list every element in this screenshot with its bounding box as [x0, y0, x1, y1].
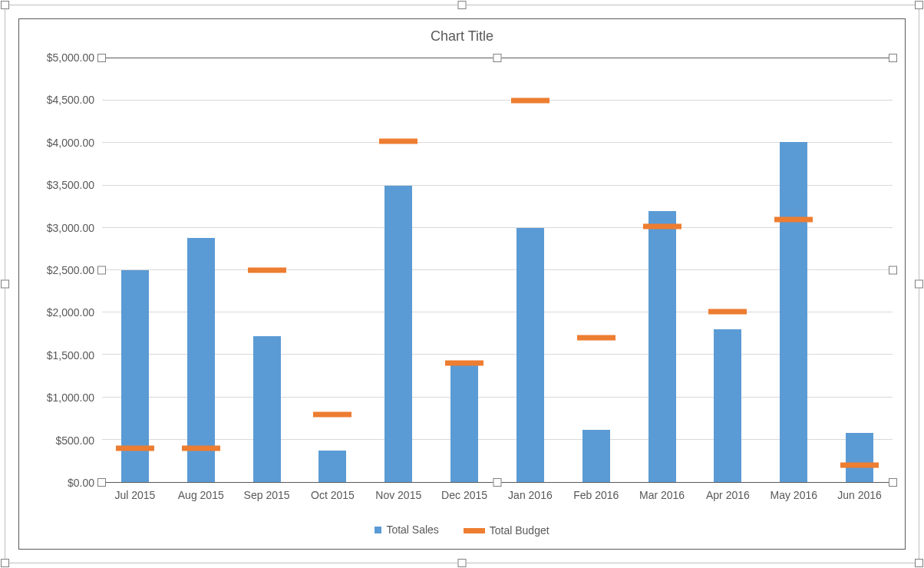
- bar-total-sales[interactable]: [582, 430, 610, 482]
- outer-handle-bm[interactable]: [458, 559, 467, 567]
- bar-group: [629, 58, 695, 482]
- x-tick-label: Aug 2015: [178, 489, 224, 501]
- bar-group: [497, 58, 563, 482]
- y-tick-label: $4,000.00: [47, 137, 94, 149]
- bar-total-sales[interactable]: [780, 142, 807, 482]
- chart-title[interactable]: Chart Title: [19, 19, 905, 45]
- bar-group: [695, 58, 761, 482]
- legend-swatch-bar-icon: [375, 527, 381, 533]
- bar-total-sales[interactable]: [846, 433, 873, 482]
- bar-group: [102, 58, 168, 482]
- x-tick-label: Jun 2016: [837, 489, 882, 501]
- bar-total-sales[interactable]: [714, 329, 741, 482]
- marker-total-budget[interactable]: [577, 335, 615, 341]
- plot-wrapper: $0.00$500.00$1,000.00$1,500.00$2,000.00$…: [31, 58, 893, 483]
- plot-handle-br[interactable]: [889, 478, 897, 487]
- y-tick-label: $2,000.00: [47, 306, 94, 319]
- marker-total-budget[interactable]: [313, 411, 351, 417]
- bar-total-sales[interactable]: [648, 211, 676, 482]
- outer-handle-tm[interactable]: [458, 1, 467, 9]
- x-tick-label: Mar 2016: [639, 489, 685, 501]
- legend-swatch-line-icon: [464, 528, 485, 533]
- outer-handle-tl[interactable]: [1, 1, 9, 9]
- marker-total-budget[interactable]: [116, 445, 154, 451]
- y-tick-label: $2,500.00: [47, 264, 94, 276]
- marker-total-budget[interactable]: [182, 445, 220, 451]
- legend-item-sales[interactable]: Total Sales: [375, 523, 438, 536]
- bar-group: [300, 58, 366, 482]
- y-tick-label: $4,500.00: [47, 94, 94, 106]
- x-tick-label: Jan 2016: [508, 489, 553, 501]
- marker-total-budget[interactable]: [379, 139, 417, 144]
- x-axis[interactable]: Jul 2015Aug 2015Sep 2015Oct 2015Nov 2015…: [102, 487, 893, 503]
- bar-total-sales[interactable]: [253, 336, 281, 482]
- marker-total-budget[interactable]: [708, 309, 747, 315]
- y-tick-label: $1,000.00: [47, 391, 94, 404]
- marker-total-budget[interactable]: [248, 268, 286, 273]
- bar-total-sales[interactable]: [318, 451, 346, 482]
- x-tick-label: Nov 2015: [375, 489, 421, 501]
- plot-area[interactable]: [102, 58, 893, 483]
- y-tick-label: $1,500.00: [47, 349, 94, 362]
- bar-total-sales[interactable]: [516, 228, 544, 482]
- plot-handle-ml[interactable]: [97, 266, 106, 275]
- bar-group: [431, 58, 497, 482]
- bar-group: [168, 58, 234, 482]
- marker-total-budget[interactable]: [840, 462, 879, 467]
- legend-item-budget[interactable]: Total Budget: [464, 524, 549, 537]
- legend-label-budget: Total Budget: [490, 524, 549, 537]
- y-tick-label: $3,000.00: [47, 222, 94, 234]
- y-tick-label: $500.00: [55, 434, 94, 447]
- plot-handle-bm[interactable]: [493, 478, 502, 487]
- marker-total-budget[interactable]: [774, 216, 813, 222]
- legend[interactable]: Total Sales Total Budget: [19, 523, 905, 537]
- x-tick-label: May 2016: [771, 489, 817, 501]
- outer-handle-mr[interactable]: [915, 280, 923, 289]
- marker-total-budget[interactable]: [643, 223, 681, 229]
- plot-handle-tl[interactable]: [97, 54, 106, 62]
- bar-group: [365, 58, 431, 482]
- outer-handle-ml[interactable]: [1, 280, 9, 289]
- bar-group: [761, 58, 827, 482]
- x-tick-label: Apr 2016: [706, 489, 750, 501]
- plot-handle-bl[interactable]: [97, 478, 106, 487]
- y-tick-label: $3,500.00: [47, 179, 94, 191]
- outer-handle-bl[interactable]: [1, 559, 9, 567]
- chart-area[interactable]: Chart Title $0.00$500.00$1,000.00$1,500.…: [18, 18, 906, 550]
- outer-handle-br[interactable]: [915, 559, 923, 567]
- bar-total-sales[interactable]: [384, 186, 412, 482]
- outer-handle-tr[interactable]: [915, 1, 923, 9]
- legend-label-sales: Total Sales: [386, 523, 438, 536]
- bar-group: [827, 58, 893, 482]
- x-tick-label: Oct 2015: [311, 489, 355, 501]
- y-axis[interactable]: $0.00$500.00$1,000.00$1,500.00$2,000.00$…: [31, 58, 101, 483]
- marker-total-budget[interactable]: [511, 98, 549, 104]
- bar-total-sales[interactable]: [450, 365, 478, 482]
- plot-handle-mr[interactable]: [889, 266, 897, 275]
- y-tick-label: $0.00: [68, 477, 94, 489]
- x-tick-label: Dec 2015: [441, 489, 487, 501]
- y-tick-label: $5,000.00: [47, 51, 94, 64]
- bar-group: [563, 58, 629, 482]
- x-tick-label: Feb 2016: [573, 489, 619, 501]
- plot-handle-tr[interactable]: [889, 54, 897, 62]
- plot-handle-tm[interactable]: [493, 54, 502, 62]
- x-tick-label: Jul 2015: [114, 489, 155, 501]
- x-tick-label: Sep 2015: [244, 489, 290, 501]
- bar-group: [234, 58, 300, 482]
- marker-total-budget[interactable]: [445, 361, 483, 366]
